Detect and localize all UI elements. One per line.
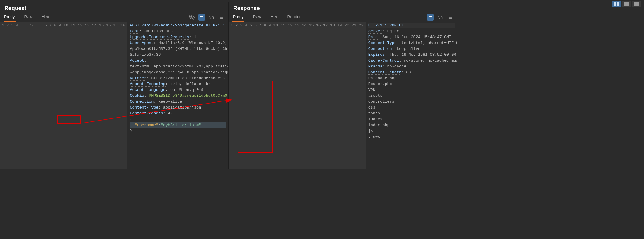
equals-icon[interactable] (427, 14, 434, 21)
request-title: Request (4, 5, 224, 11)
code-line: assets (368, 93, 455, 99)
code-line: Accept-Language: en-US,en;q=0.9 (130, 87, 226, 93)
response-tab-row: PrettyRawHexRender \n (229, 13, 457, 22)
code-line: text/html,application/xhtml+xml,applicat… (130, 64, 226, 70)
code-line: Pragma: no-cache (368, 64, 455, 70)
code-line: Safari/537.36 (130, 52, 226, 58)
code-line: Connection: keep-alive (368, 46, 455, 52)
code-line: Database.php (368, 75, 455, 81)
code-line: VPN (368, 87, 455, 93)
code-line: "username":"cyb3ritic; ls #" (130, 122, 226, 128)
code-line: Accept-Encoding: gzip, deflate, br (130, 81, 226, 87)
response-code[interactable]: HTTP/1.1 200 OKServer: nginxDate: Sun, 1… (366, 22, 457, 169)
equals-icon[interactable] (198, 14, 205, 21)
code-line: AppleWebKit/537.36 (KHTML, like Gecko) C… (130, 46, 226, 52)
code-line: } (130, 128, 226, 134)
code-line: Expires: Thu, 19 Nov 1981 08:52:00 GMT (368, 52, 455, 58)
code-line: Cache-Control: no-store, no-cache, must-… (368, 58, 455, 64)
code-line: Content-Length: 42 (130, 111, 226, 116)
code-line: index.php (368, 122, 455, 128)
tab-raw[interactable]: Raw (24, 13, 33, 22)
eye-off-icon[interactable] (188, 14, 195, 21)
request-code[interactable]: POST /api/v1/admin/vpn/generate HTTP/1.1… (127, 22, 228, 169)
code-line: Router.php (368, 81, 455, 87)
code-line: Content-Type: application/json (130, 105, 226, 111)
split-container: Request PrettyRawHex \n 1 2 3 4 5 6 7 8 … (0, 2, 457, 169)
code-line: HTTP/1.1 200 OK (368, 23, 455, 28)
newline-icon[interactable]: \n (208, 14, 215, 21)
code-line: js (368, 128, 455, 134)
code-line: Content-Type: text/html; charset=UTF-8 (368, 40, 455, 46)
menu-icon[interactable] (447, 14, 454, 21)
code-line: Content-Length: 83 (368, 70, 455, 75)
code-line: { (130, 116, 226, 122)
tab-hex[interactable]: Hex (41, 13, 50, 22)
code-line: fonts (368, 111, 455, 116)
code-line: images (368, 116, 455, 122)
code-line: Accept: (130, 58, 226, 64)
tab-raw[interactable]: Raw (253, 13, 262, 22)
code-line: views (368, 134, 455, 140)
request-panel: Request PrettyRawHex \n 1 2 3 4 5 6 7 8 … (0, 2, 229, 169)
response-editor[interactable]: 1 2 3 4 5 6 7 8 9 10 11 12 13 14 15 16 1… (229, 22, 457, 169)
tab-hex[interactable]: Hex (270, 13, 279, 22)
tab-render[interactable]: Render (287, 13, 301, 22)
response-title: Response (233, 5, 453, 11)
code-line: Date: Sun, 16 Jun 2024 15:48:47 GMT (368, 34, 455, 40)
request-tab-row: PrettyRawHex \n (0, 13, 228, 22)
code-line: Upgrade-Insecure-Requests: 1 (130, 34, 226, 40)
code-line: POST /api/v1/admin/vpn/generate HTTP/1.1 (130, 23, 226, 28)
tab-pretty[interactable]: Pretty (4, 13, 16, 22)
code-line: controllers (368, 99, 455, 105)
menu-icon[interactable] (218, 14, 225, 21)
newline-icon[interactable]: \n (437, 14, 444, 21)
code-line: Host: 2million.htb (130, 28, 226, 34)
code-line: Server: nginx (368, 28, 455, 34)
code-line: Referer: http://2million.htb/home/access (130, 75, 226, 81)
code-line: Connection: keep-alive (130, 99, 226, 105)
response-panel: Response PrettyRawHexRender \n 1 2 3 4 5… (229, 2, 457, 169)
code-line: css (368, 105, 455, 111)
code-line: Cookie: PHPSESSID=v849asm0us31dobdt0p37m… (130, 93, 226, 99)
request-gutter: 1 2 3 4 5 6 7 8 9 10 11 12 13 14 15 16 1… (0, 22, 127, 169)
tab-pretty[interactable]: Pretty (232, 13, 244, 22)
response-gutter: 1 2 3 4 5 6 7 8 9 10 11 12 13 14 15 16 1… (229, 22, 366, 169)
code-line: webp,image/apng,*/*;q=0.8,application/si… (130, 70, 226, 75)
request-editor[interactable]: 1 2 3 4 5 6 7 8 9 10 11 12 13 14 15 16 1… (0, 22, 228, 169)
code-line: User-Agent: Mozilla/5.0 (Windows NT 10.0… (130, 40, 226, 46)
